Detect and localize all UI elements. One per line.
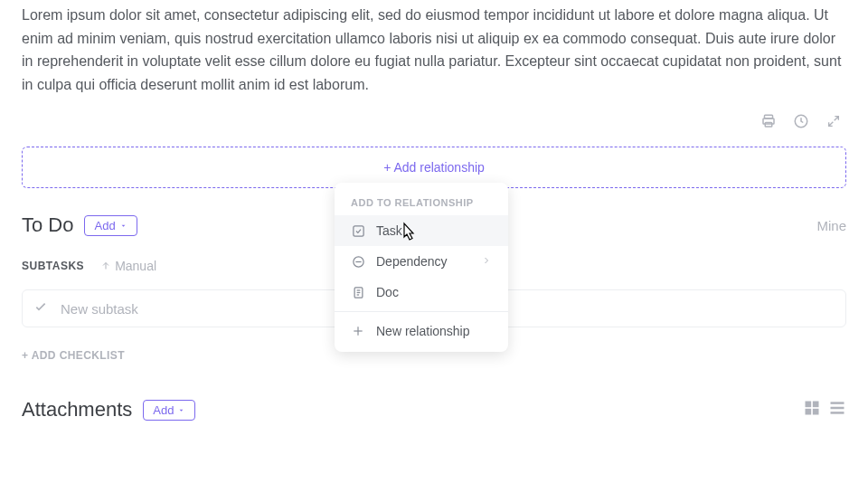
print-icon[interactable] [760,112,778,130]
svg-rect-4 [806,402,812,408]
popup-item-new-relationship[interactable]: New relationship [335,316,508,346]
chevron-down-icon [119,222,127,230]
svg-rect-8 [831,402,844,405]
popup-item-doc[interactable]: Doc [335,277,508,308]
todo-add-label: Add [94,219,115,232]
add-relationship-menu: ADD TO RELATIONSHIP Task Dependency Doc … [335,183,508,352]
svg-rect-11 [353,225,363,235]
popup-item-task-label: Task [376,223,402,238]
chevron-right-icon [481,254,492,269]
svg-rect-10 [831,412,844,415]
attachments-section-title: Attachments [22,398,132,421]
todo-section-title: To Do [22,213,73,237]
task-icon [351,223,365,238]
mine-filter[interactable]: Mine [816,218,846,233]
svg-rect-5 [813,402,819,408]
check-icon [33,299,48,317]
attachments-add-label: Add [153,403,174,417]
popup-item-doc-label: Doc [376,285,399,299]
grid-view-icon[interactable] [803,399,821,421]
popup-item-dependency-label: Dependency [376,254,448,269]
svg-rect-7 [813,409,819,415]
popup-item-task[interactable]: Task [335,215,508,246]
doc-icon [351,285,365,299]
popup-divider [335,311,508,312]
plus-icon [351,324,365,338]
history-icon[interactable] [792,112,810,130]
popup-header: ADD TO RELATIONSHIP [335,188,508,215]
popup-item-new-label: New relationship [376,324,470,338]
expand-icon[interactable] [825,112,843,130]
chevron-down-icon [177,406,185,414]
popup-item-dependency[interactable]: Dependency [335,246,508,277]
svg-rect-9 [831,407,844,410]
svg-rect-6 [806,409,812,415]
attachments-add-button[interactable]: Add [143,400,195,421]
list-view-icon[interactable] [828,399,846,421]
subtasks-sort-toggle[interactable]: Manual [100,259,156,273]
todo-add-button[interactable]: Add [84,215,137,236]
subtasks-heading: SUBTASKS [22,260,84,272]
dependency-icon [351,254,365,269]
subtasks-sort-label: Manual [115,259,156,273]
task-description[interactable]: Lorem ipsum dolor sit amet, consectetur … [22,0,846,96]
sort-arrow-icon [100,260,111,271]
